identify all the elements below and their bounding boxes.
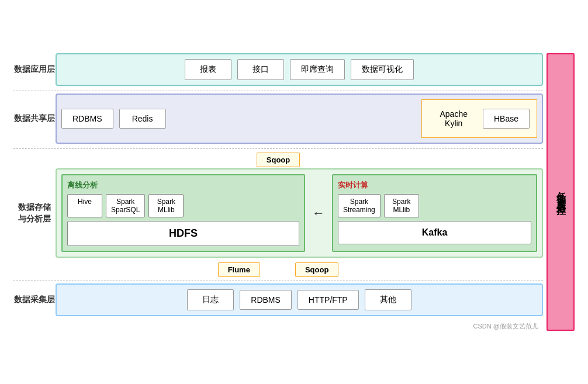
collect-rdbms: RDBMS xyxy=(240,290,292,310)
app-item-baobiao: 报表 xyxy=(185,59,231,80)
realtime-box: 实时计算 SparkStreaming SparkMLlib Kafka xyxy=(332,174,537,252)
app-layer-row: 数据应用层 报表 接口 即席查询 数据可视化 xyxy=(13,53,543,86)
collect-layer-row: 数据采集层 日志 RDBMS HTTP/FTP 其他 xyxy=(13,283,543,316)
hdfs-kafka-arrow: ← xyxy=(310,174,327,252)
collect-other: 其他 xyxy=(365,289,411,310)
sep1 xyxy=(13,91,543,91)
storage-inner: 离线分析 Hive SparkSparSQL SparkMLlib HDFS ← xyxy=(61,174,537,252)
offline-box: 离线分析 Hive SparkSparSQL SparkMLlib HDFS xyxy=(61,174,305,252)
realtime-spark-mllib: SparkMLlib xyxy=(384,194,419,217)
right-sidebar: 任务调度与监控 xyxy=(547,53,575,331)
collect-log: 日志 xyxy=(187,289,234,310)
collect-layer-content: 日志 RDBMS HTTP/FTP 其他 xyxy=(56,283,543,316)
collect-items-row: 日志 RDBMS HTTP/FTP 其他 xyxy=(61,289,537,310)
offline-hive: Hive xyxy=(67,194,102,217)
realtime-title: 实时计算 xyxy=(338,180,531,191)
flume-sqoop-row: Flume Sqoop xyxy=(13,262,543,277)
sqoop-bottom-badge: Sqoop xyxy=(295,262,338,277)
app-item-shujukeshihua: 数据可视化 xyxy=(351,59,414,80)
watermark: CSDN @假装文艺范儿 xyxy=(13,322,543,331)
sidebar-label: 任务调度与监控 xyxy=(555,184,567,200)
storage-layer-row: 数据存储与分析层 离线分析 Hive SparkSparSQL SparkMLl… xyxy=(13,168,543,258)
sqoop-middle-row: Sqoop xyxy=(13,153,543,167)
collect-layer-label: 数据采集层 xyxy=(13,283,56,316)
offline-items: Hive SparkSparSQL SparkMLlib xyxy=(67,194,299,217)
share-hbase: HBase xyxy=(483,109,530,129)
storage-layer-content: 离线分析 Hive SparkSparSQL SparkMLlib HDFS ← xyxy=(56,168,543,258)
share-apache-kylin: ApacheKylin xyxy=(429,105,478,133)
share-right-group: ApacheKylin HBase xyxy=(421,99,537,138)
sqoop-middle-badge: Sqoop xyxy=(257,153,300,167)
app-items-row: 报表 接口 即席查询 数据可视化 xyxy=(61,59,537,80)
app-layer-label: 数据应用层 xyxy=(13,53,56,86)
app-layer-content: 报表 接口 即席查询 数据可视化 xyxy=(56,53,543,86)
share-inner: RDBMS Redis ApacheKylin HBase xyxy=(61,99,537,138)
share-layer-row: 数据共享层 RDBMS Redis ApacheKylin HBase xyxy=(13,94,543,144)
app-item-jixichaxun: 即席查询 xyxy=(290,59,345,80)
storage-layer-label: 数据存储与分析层 xyxy=(13,168,56,258)
app-item-jiekou: 接口 xyxy=(237,59,284,80)
collect-http: HTTP/FTP xyxy=(298,290,359,310)
realtime-items: SparkStreaming SparkMLlib xyxy=(338,194,531,217)
realtime-spark-streaming: SparkStreaming xyxy=(338,194,381,217)
offline-sparksql: SparkSparSQL xyxy=(106,194,145,217)
share-rdbms: RDBMS xyxy=(61,109,113,129)
flume-badge: Flume xyxy=(218,262,260,277)
hdfs-box: HDFS xyxy=(67,221,299,246)
offline-sparkml: SparkMLlib xyxy=(148,194,184,217)
share-redis: Redis xyxy=(119,109,166,129)
sep3 xyxy=(13,281,543,281)
offline-title: 离线分析 xyxy=(67,180,299,191)
sep2 xyxy=(13,148,543,149)
share-layer-content: RDBMS Redis ApacheKylin HBase xyxy=(56,94,543,144)
kafka-box: Kafka xyxy=(338,221,531,244)
share-layer-label: 数据共享层 xyxy=(13,94,56,144)
